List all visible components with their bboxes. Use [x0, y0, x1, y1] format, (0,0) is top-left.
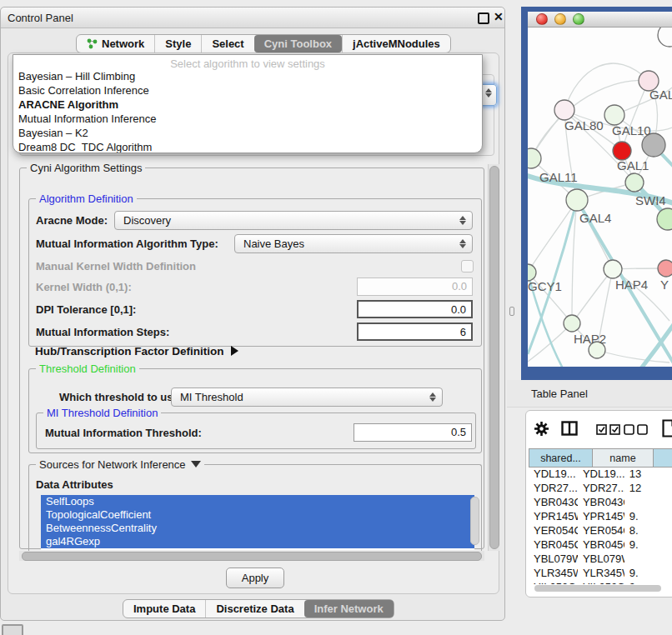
tab-style[interactable]: Style	[154, 35, 201, 52]
select-checkboxes-icon[interactable]	[596, 424, 621, 435]
gear-icon[interactable]	[534, 421, 549, 437]
dpi-tolerance-field[interactable]: 0.0	[357, 300, 473, 318]
table-cell[interactable]: 9.	[624, 510, 672, 524]
minimize-traffic-light[interactable]	[554, 13, 566, 25]
mi-type-combobox[interactable]: Naive Bayes	[234, 234, 473, 253]
algorithm-option[interactable]: ARACNE Algorithm	[13, 98, 482, 112]
network-edge[interactable]	[528, 200, 577, 272]
list-scrollbar-thumb[interactable]	[470, 497, 479, 545]
tab-discretize-data[interactable]: Discretize Data	[205, 600, 303, 618]
attribute-list-item[interactable]: gal4RGexp	[41, 535, 474, 548]
aracne-mode-combobox[interactable]: Discovery	[114, 211, 473, 230]
table-cell[interactable]: YDL19...	[529, 468, 578, 482]
mi-threshold-field[interactable]: 0.5	[354, 423, 472, 442]
new-table-icon[interactable]	[662, 419, 672, 438]
table-cell[interactable]: 12	[624, 482, 672, 496]
table-cell[interactable]: YBR043C	[529, 496, 578, 510]
network-node[interactable]	[658, 28, 672, 47]
table-cell[interactable]: YBL079W	[529, 552, 578, 567]
table-row[interactable]: YBR045CYBR045C9.	[529, 538, 672, 552]
apply-button[interactable]: Apply	[226, 568, 284, 588]
table-cell[interactable]: YBL079W	[578, 552, 624, 567]
table-cell[interactable]: 9.	[624, 538, 672, 552]
table-row[interactable]: YDL19...YDL19...13	[529, 468, 672, 482]
table-horizontal-scrollbar[interactable]	[534, 585, 661, 592]
table-cell[interactable]: YIL052C	[529, 581, 578, 584]
hub-definition-toggle[interactable]: Hub/Transcription Factor Definition	[35, 345, 238, 358]
network-canvas[interactable]: GALGAL80GAL10GAL11GAL1SWI4GAL4GCY1HAP4YH…	[528, 28, 672, 367]
table-row[interactable]: YDR27...YDR27...12	[529, 482, 672, 496]
scrollbar-thumb[interactable]	[22, 552, 482, 561]
table-row[interactable]: YER054CYER054C8.	[529, 524, 672, 538]
tab-cyni-toolbox[interactable]: Cyni Toolbox	[254, 35, 342, 52]
network-node[interactable]	[657, 208, 672, 230]
network-graph[interactable]: GALGAL80GAL10GAL11GAL1SWI4GAL4GCY1HAP4YH…	[528, 28, 672, 367]
network-node[interactable]	[613, 142, 631, 160]
table-cell[interactable]: 13	[624, 468, 672, 482]
column-header-name[interactable]: name	[593, 448, 654, 468]
table-cell[interactable]: YER054C	[578, 524, 624, 538]
tab-jactivemnodules[interactable]: jActiveMNodules	[342, 35, 450, 52]
tab-infer-network[interactable]: Infer Network	[304, 600, 394, 618]
network-edge-thick[interactable]	[641, 321, 672, 367]
network-node[interactable]	[658, 260, 672, 277]
splitter-handle[interactable]	[509, 307, 514, 316]
network-node[interactable]	[566, 189, 588, 211]
scrollbar-thumb[interactable]	[489, 166, 499, 549]
sources-toggle[interactable]: Sources for Network Inference	[36, 458, 204, 471]
table-cell[interactable]: YDR27...	[578, 482, 624, 496]
table-cell[interactable]: YBR043C	[578, 496, 624, 510]
algorithm-option[interactable]: Bayesian – K2	[13, 126, 482, 140]
column-header-partial[interactable]: A	[654, 448, 672, 468]
collapsed-panel-button[interactable]	[2, 624, 23, 635]
kernel-width-field[interactable]: 0.0	[357, 278, 473, 296]
algorithm-option[interactable]: Bayesian – Hill Climbing	[13, 69, 482, 83]
settings-vertical-scrollbar[interactable]	[488, 164, 499, 551]
column-header-shared[interactable]: shared...	[529, 448, 593, 468]
table-row[interactable]: YBL079WYBL079W	[529, 552, 672, 567]
algorithm-option[interactable]: Basic Correlation Inference	[13, 83, 482, 98]
table-cell[interactable]	[624, 552, 672, 567]
clear-checkboxes-icon[interactable]	[624, 424, 649, 435]
which-threshold-combobox[interactable]: MI Threshold	[171, 388, 443, 407]
network-node[interactable]	[564, 315, 580, 332]
network-node[interactable]	[625, 173, 644, 192]
table-cell[interactable]: 9.	[624, 567, 672, 581]
attribute-list-item[interactable]: SelfLoops	[41, 495, 474, 508]
algorithm-option[interactable]: Mutual Information Inference	[13, 112, 482, 126]
zoom-traffic-light[interactable]	[573, 13, 584, 25]
table-cell[interactable]: 9	[624, 581, 672, 584]
settings-horizontal-scrollbar[interactable]	[19, 551, 484, 561]
table-row[interactable]: YPR145WYPR145W9.	[529, 510, 672, 524]
table-row[interactable]: YBR043CYBR043C	[529, 496, 672, 510]
attribute-list-item[interactable]: BetweennessCentrality	[41, 522, 474, 535]
manual-kernel-checkbox[interactable]	[461, 260, 474, 272]
tab-impute-data[interactable]: Impute Data	[123, 600, 205, 618]
float-window-icon[interactable]	[478, 12, 489, 24]
table-cell[interactable]: 8.	[624, 524, 672, 538]
table-cell[interactable]: YLR345W	[529, 567, 578, 581]
network-node[interactable]	[554, 100, 574, 120]
network-node[interactable]	[604, 260, 622, 278]
table-cell[interactable]: YER054C	[529, 524, 578, 538]
table-cell[interactable]: YBR045C	[529, 538, 578, 552]
tab-select[interactable]: Select	[201, 35, 253, 52]
network-edge[interactable]	[597, 350, 669, 362]
table-cell[interactable]: YIL052C	[578, 581, 624, 584]
table-cell[interactable]: YBR045C	[578, 538, 624, 552]
tab-network[interactable]: Network	[77, 35, 154, 52]
attribute-list-item[interactable]: TopologicalCoefficient	[41, 508, 474, 522]
table-cell[interactable]	[624, 496, 672, 510]
table-cell[interactable]: YPR145W	[578, 510, 624, 524]
table-row[interactable]: YLR345WYLR345W9.	[529, 567, 672, 581]
network-node[interactable]	[528, 264, 536, 281]
close-traffic-light[interactable]	[536, 13, 548, 25]
table-row[interactable]: YIL052CYIL052C9	[529, 581, 672, 584]
table-cell[interactable]: YPR145W	[529, 510, 578, 524]
data-attributes-list[interactable]: SelfLoopsTopologicalCoefficientBetweenne…	[41, 495, 474, 550]
table-cell[interactable]: YDR27...	[529, 482, 578, 496]
algorithm-option[interactable]: Dream8 DC_TDC Algorithm	[13, 140, 482, 153]
close-icon[interactable]: ✕	[494, 10, 504, 23]
split-columns-icon[interactable]	[561, 421, 578, 436]
table-cell[interactable]: YDL19...	[578, 468, 624, 482]
